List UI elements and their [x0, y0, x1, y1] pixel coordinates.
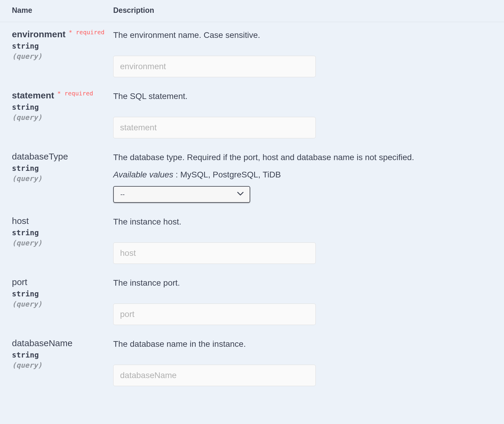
- param-name-block: host string (query): [12, 216, 113, 247]
- param-name-block: environment * required string (query): [12, 29, 113, 61]
- param-description: The instance port.: [113, 277, 492, 289]
- table-header-row: Name Description: [0, 0, 504, 22]
- param-type: string: [12, 164, 107, 173]
- required-marker: * required: [57, 90, 93, 97]
- param-name: statement: [12, 90, 54, 100]
- param-name-block: databaseType string (query): [12, 151, 113, 183]
- environment-input[interactable]: [113, 56, 316, 77]
- databasetype-select-wrap: --: [113, 186, 250, 203]
- param-row-host: host string (query) The instance host.: [0, 209, 504, 270]
- parameters-table: Name Description environment * required …: [0, 0, 504, 392]
- param-name: databaseName: [12, 338, 72, 348]
- param-location: (query): [12, 300, 107, 308]
- host-input[interactable]: [113, 242, 316, 264]
- param-type: string: [12, 42, 107, 50]
- param-description: The instance host.: [113, 216, 492, 228]
- databasename-input[interactable]: [113, 365, 316, 386]
- param-description-block: The environment name. Case sensitive.: [113, 29, 492, 77]
- param-row-databasetype: databaseType string (query) The database…: [0, 144, 504, 208]
- param-location: (query): [12, 239, 107, 247]
- param-description-block: The SQL statement.: [113, 90, 492, 138]
- param-description-block: The database name in the instance.: [113, 338, 492, 386]
- param-name-block: statement * required string (query): [12, 90, 113, 122]
- param-name-block: port string (query): [12, 277, 113, 308]
- param-row-statement: statement * required string (query) The …: [0, 83, 504, 144]
- available-values: Available values : MySQL, PostgreSQL, Ti…: [113, 170, 492, 179]
- param-type: string: [12, 351, 107, 359]
- column-header-description: Description: [113, 6, 492, 15]
- param-type: string: [12, 290, 107, 298]
- param-location: (query): [12, 361, 107, 369]
- param-name: databaseType: [12, 151, 68, 161]
- param-description: The SQL statement.: [113, 90, 492, 102]
- param-description: The environment name. Case sensitive.: [113, 29, 492, 41]
- param-location: (query): [12, 52, 107, 61]
- param-type: string: [12, 103, 107, 112]
- param-row-environment: environment * required string (query) Th…: [0, 22, 504, 83]
- param-description-block: The instance port.: [113, 277, 492, 325]
- param-description-block: The instance host.: [113, 216, 492, 264]
- param-name-block: databaseName string (query): [12, 338, 113, 369]
- param-name: host: [12, 216, 29, 226]
- param-description-block: The database type. Required if the port,…: [113, 151, 492, 202]
- param-location: (query): [12, 113, 107, 122]
- param-type: string: [12, 228, 107, 237]
- param-location: (query): [12, 174, 107, 183]
- databasetype-select[interactable]: --: [113, 186, 250, 203]
- port-input[interactable]: [113, 304, 316, 325]
- param-description: The database type. Required if the port,…: [113, 151, 492, 163]
- param-row-databasename: databaseName string (query) The database…: [0, 331, 504, 392]
- param-name: environment: [12, 29, 66, 39]
- param-name: port: [12, 277, 27, 287]
- column-header-name: Name: [12, 6, 113, 15]
- required-marker: * required: [69, 29, 104, 36]
- statement-input[interactable]: [113, 117, 316, 138]
- param-description: The database name in the instance.: [113, 338, 492, 350]
- param-row-port: port string (query) The instance port.: [0, 270, 504, 331]
